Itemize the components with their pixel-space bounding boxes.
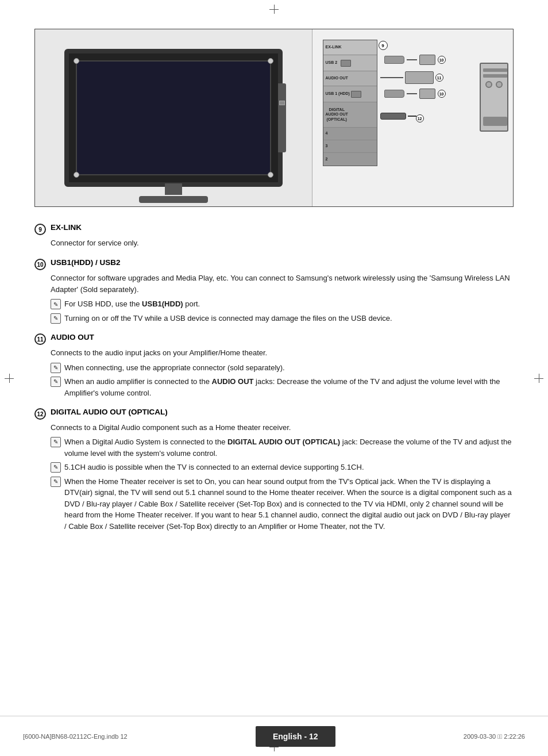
usb1hdd-device — [419, 89, 435, 99]
crossmark-right — [534, 374, 543, 383]
note-icon-2: ✎ — [51, 313, 61, 324]
audioout-cable-assembly: 11 — [380, 71, 443, 84]
audioout-device — [405, 71, 434, 84]
badge-10: 10 — [34, 259, 46, 270]
tv-illustration — [35, 29, 312, 206]
section-optical-title-row: 12 DIGITAL AUDIO OUT (OPTICAL) — [34, 408, 514, 420]
section-optical-text: Connects to a Digital Audio component su… — [51, 423, 291, 432]
hdmi4-label: 4 — [326, 131, 328, 136]
hdmi3-label: 3 — [326, 144, 328, 148]
section-exlink-text: Connector for service only. — [51, 239, 139, 247]
connectors-panel: EX-LINK USB 2 AUDIO OUT USB 1 (HDD) — [312, 29, 513, 206]
tv-side-panel — [278, 83, 286, 152]
section-usb-text: Connector for software upgrades and Medi… — [51, 274, 510, 294]
receiver-slot1 — [483, 68, 507, 72]
optical-cable-assembly — [380, 113, 416, 120]
usb2-label: USB 2 — [326, 60, 338, 65]
note-icon-1: ✎ — [51, 299, 61, 309]
section-exlink: 9 EX-LINK Connector for service only. — [34, 223, 514, 249]
page-label: English - 12 — [256, 726, 335, 747]
note-icon-4: ✎ — [51, 377, 61, 387]
usb1hdd-label: USB 1 (HDD) — [326, 91, 350, 96]
usb-note-1-text: For USB HDD, use the USB1(HDD) port. — [64, 298, 514, 310]
note-icon-5: ✎ — [51, 437, 61, 447]
note-icon-3: ✎ — [51, 363, 61, 373]
tv-stand — [139, 183, 208, 203]
note-icon-7: ✎ — [51, 477, 61, 487]
tv-screen — [76, 60, 271, 175]
section-audioout-title: AUDIO OUT — [51, 333, 94, 341]
connector-audioout: AUDIO OUT — [323, 71, 377, 86]
receiver-knob2 — [496, 81, 503, 88]
section-exlink-body: Connector for service only. — [34, 237, 514, 249]
usb1hdd-port — [351, 91, 361, 98]
screw-bl — [74, 172, 79, 178]
footer-left: [6000-NA]BN68-02112C-Eng.indb 12 — [23, 733, 128, 740]
audioout-note-1: ✎ When connecting, use the appropriate c… — [51, 362, 514, 374]
diag-badge-11: 11 — [435, 74, 443, 82]
receiver-knob1 — [485, 81, 492, 88]
diag-badge-10b: 10 — [438, 90, 446, 98]
crossmark-left — [5, 374, 14, 383]
usb2-device — [419, 55, 435, 65]
optical-note-3: ✎ When the Home Theater receiver is set … — [51, 476, 514, 532]
screw-tr — [268, 58, 273, 64]
footer: [6000-NA]BN68-02112C-Eng.indb 12 English… — [0, 716, 548, 756]
connector-optical: DIGITALAUDIO OUT(OPTICAL) — [323, 102, 377, 128]
optical-note-1: ✎ When a Digital Audio System is connect… — [51, 436, 514, 459]
usb-note-2-text: Turning on or off the TV while a USB dev… — [64, 313, 514, 324]
usb2-cable — [407, 59, 417, 60]
optical-note-3-text: When the Home Theater receiver is set to… — [64, 476, 514, 532]
section-usb: 10 USB1(HDD) / USB2 Connector for softwa… — [34, 258, 514, 324]
diag-badge-9: 9 — [379, 41, 388, 50]
tv-stand-neck — [165, 183, 182, 195]
optical-note-2-text: 5.1CH audio is possible when the TV is c… — [64, 462, 514, 473]
text-section: 9 EX-LINK Connector for service only. 10… — [34, 223, 514, 532]
section-optical-body: Connects to a Digital Audio component su… — [34, 422, 514, 532]
hdmi2-label: 2 — [326, 157, 328, 162]
audioout-label: AUDIO OUT — [326, 76, 348, 80]
screw-br — [268, 172, 273, 178]
diagram-box: EX-LINK USB 2 AUDIO OUT USB 1 (HDD) — [34, 29, 514, 207]
receiver-bottom-panel — [483, 117, 507, 126]
badge-11: 11 — [34, 333, 46, 345]
connector-usb2: USB 2 — [323, 55, 377, 71]
usb2-plug — [384, 56, 404, 64]
crossmark-top — [269, 5, 279, 14]
section-optical-title: DIGITAL AUDIO OUT (OPTICAL) — [51, 408, 168, 416]
usb1hdd-connector-assembly: 10 — [384, 89, 446, 99]
usb1hdd-plug — [384, 90, 404, 98]
screw-tl — [74, 58, 79, 64]
optical-note-2: ✎ 5.1CH audio is possible when the TV is… — [51, 462, 514, 473]
section-audioout-title-row: 11 AUDIO OUT — [34, 333, 514, 345]
optical-plug — [380, 113, 406, 120]
usb2-connector-assembly: 10 — [384, 55, 446, 65]
diag-badge-12: 12 — [416, 114, 424, 122]
section-exlink-title: EX-LINK — [51, 223, 82, 232]
connector-hdmi3: 3 — [323, 140, 377, 153]
connector-exlink: EX-LINK — [323, 40, 377, 55]
footer-right: 2009-03-30 ￿￿ 2:22:26 — [464, 733, 525, 740]
diag-badge-10a: 10 — [438, 56, 446, 64]
section-usb-title: USB1(HDD) / USB2 — [51, 258, 121, 267]
tv-frame — [64, 49, 283, 187]
connector-panel-main: EX-LINK USB 2 AUDIO OUT USB 1 (HDD) — [323, 40, 377, 166]
diag-label-9: 9 — [379, 41, 388, 50]
audioout-note-1-text: When connecting, use the appropriate con… — [64, 362, 514, 374]
usb2-port — [341, 60, 351, 67]
section-exlink-title-row: 9 EX-LINK — [34, 223, 514, 235]
tv-usb-slot — [279, 101, 285, 105]
section-audioout-body: Connects to the audio input jacks on you… — [34, 347, 514, 398]
tv-stand-base — [139, 196, 208, 203]
section-usb-title-row: 10 USB1(HDD) / USB2 — [34, 258, 514, 270]
section-audioout: 11 AUDIO OUT Connects to the audio input… — [34, 333, 514, 398]
diagram-inner: EX-LINK USB 2 AUDIO OUT USB 1 (HDD) — [35, 29, 513, 206]
connector-usb1hdd: USB 1 (HDD) — [323, 86, 377, 102]
badge-9: 9 — [34, 224, 46, 235]
usb-note-2: ✎ Turning on or off the TV while a USB d… — [51, 313, 514, 324]
usb1hdd-cable — [407, 93, 417, 94]
optical-note-1-text: When a Digital Audio System is connected… — [64, 436, 514, 459]
connector-hdmi4: 4 — [323, 128, 377, 140]
audioout-note-2-text: When an audio amplifier is connected to … — [64, 376, 514, 398]
note-icon-6: ✎ — [51, 462, 61, 473]
